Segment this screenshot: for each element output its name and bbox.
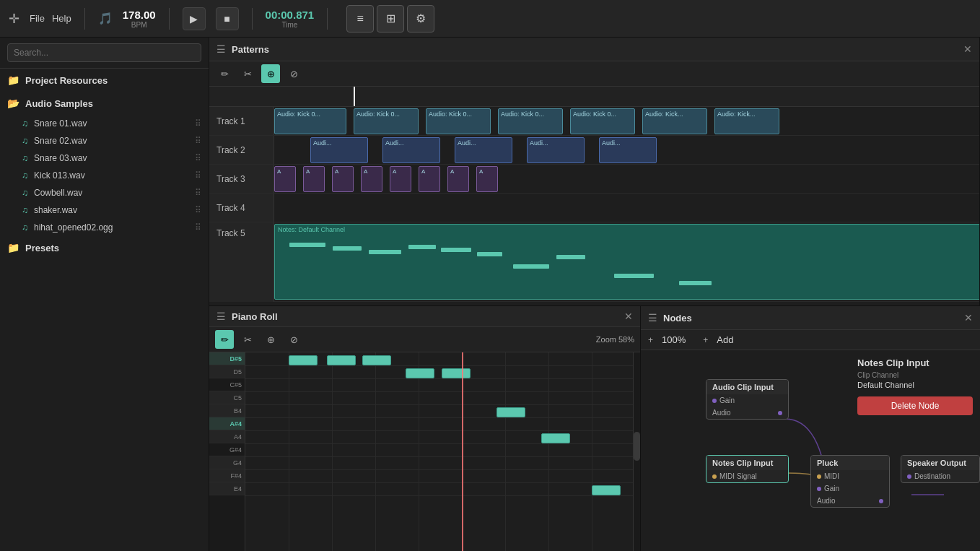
piano-key-a4[interactable]: A4 (209, 430, 245, 443)
pr-note-d#5[interactable] (362, 355, 391, 365)
track-3-clips[interactable]: A A A A A A A A (274, 165, 979, 193)
block-tool[interactable]: ⊘ (284, 64, 303, 83)
patterns-close-button[interactable]: ✕ (963, 43, 972, 55)
piano-roll-grid[interactable] (245, 352, 640, 551)
audio-clip[interactable]: Audi... (527, 137, 585, 163)
drag-handle[interactable]: ⠿ (195, 153, 201, 163)
settings-view-button[interactable]: ⚙ (407, 5, 434, 32)
audio-clip[interactable]: Audi... (455, 137, 512, 163)
piano-key-c5[interactable]: C5 (209, 391, 245, 404)
speaker-output-node[interactable]: Speaker Output Destination (901, 455, 980, 483)
piano-key-d5[interactable]: D5 (209, 365, 245, 378)
audio-clip[interactable]: A (476, 166, 498, 192)
piano-key-a#4[interactable]: A#4 (209, 417, 245, 430)
notes-clip-input-node[interactable]: Notes Clip Input MIDI Signal (706, 455, 789, 483)
drag-handle[interactable]: ⠿ (195, 205, 201, 215)
audio-clip[interactable]: Audi... (599, 137, 657, 163)
audio-clip[interactable]: A (332, 166, 354, 192)
audio-clip[interactable]: Audio: Kick... (714, 108, 779, 134)
audio-clip[interactable]: Audi... (310, 137, 368, 163)
pr-note-d5[interactable] (406, 368, 434, 378)
pr-note-d#5[interactable] (289, 355, 318, 365)
pluck-node[interactable]: Pluck MIDI Gain Audio (810, 455, 890, 508)
pr-note-d#5[interactable] (327, 355, 356, 365)
metronome-icon[interactable]: 🎵 (98, 12, 113, 25)
pr-note-d5[interactable] (442, 368, 471, 378)
pr-note-c5[interactable] (496, 407, 525, 417)
list-item[interactable]: ♫ Snare 03.wav ⠿ (0, 149, 209, 167)
sidebar-item-project-resources[interactable]: 📁 Project Resources (0, 69, 209, 92)
play-button[interactable]: ▶ (183, 7, 206, 30)
notes-clip[interactable]: Notes: Default Channel (274, 224, 979, 300)
grid-tool[interactable]: ⊕ (261, 64, 280, 83)
pr-pencil-tool[interactable]: ✏ (215, 330, 234, 349)
audio-clip[interactable]: A (274, 166, 296, 192)
list-item[interactable]: ♫ Kick 013.wav ⠿ (0, 167, 209, 184)
audio-clip[interactable]: A (447, 166, 469, 192)
drag-handle[interactable]: ⠿ (195, 170, 201, 181)
list-item[interactable]: ♫ Cowbell.wav ⠿ (0, 184, 209, 201)
track-area[interactable]: Track 1 Audio: Kick 0... Audio: Kick 0..… (209, 107, 979, 305)
list-item[interactable]: ♫ Snare 02.wav ⠿ (0, 132, 209, 149)
drag-handle[interactable]: ⠿ (195, 188, 201, 198)
drag-handle[interactable]: ⠿ (195, 136, 201, 146)
grid-line (245, 443, 640, 444)
audio-clip[interactable]: Audio: Kick... (642, 108, 707, 134)
divider-2 (169, 8, 170, 30)
track-5-clips[interactable]: Notes: Default Channel (274, 222, 979, 301)
audio-clip[interactable]: Audio: Kick 0... (354, 108, 419, 134)
track-1-clips[interactable]: Audio: Kick 0... Audio: Kick 0... Audio:… (274, 107, 979, 135)
drag-handle[interactable]: ⠿ (195, 222, 201, 233)
time-value[interactable]: 00:00.871 (266, 9, 315, 21)
piano-key-d#5[interactable]: D#5 (209, 352, 245, 365)
list-view-button[interactable]: ≡ (346, 5, 374, 32)
pr-grid-tool[interactable]: ⊕ (261, 330, 280, 349)
search-input[interactable] (7, 43, 201, 62)
audio-clip[interactable]: A (361, 166, 382, 192)
list-item[interactable]: ♫ hihat_opened02.ogg ⠿ (0, 219, 209, 236)
audio-clip[interactable]: Audio: Kick 0... (274, 108, 346, 134)
audio-clip-input-node[interactable]: Audio Clip Input Gain Audio (706, 379, 789, 420)
bpm-value[interactable]: 178.00 (123, 9, 156, 21)
audio-clip[interactable]: Audio: Kick 0... (498, 108, 563, 134)
nodes-menu-icon[interactable]: ☰ (648, 312, 657, 324)
add-node-button[interactable]: Add (717, 334, 733, 345)
list-item[interactable]: ♫ shaker.wav ⠿ (0, 201, 209, 219)
piano-key-g#4[interactable]: G#4 (209, 443, 245, 456)
pr-block-tool[interactable]: ⊘ (284, 330, 303, 349)
audio-clip[interactable]: Audi... (382, 137, 440, 163)
piano-roll-scrollbar-thumb[interactable] (634, 432, 640, 461)
track-2-clips[interactable]: Audi... Audi... Audi... Audi... Audi... (274, 136, 979, 164)
piano-key-g4[interactable]: G4 (209, 456, 245, 469)
track-4-clips[interactable] (274, 194, 979, 222)
drag-handle[interactable]: ⠿ (195, 118, 201, 129)
stop-button[interactable]: ■ (216, 7, 239, 30)
hamburger-icon[interactable]: ☰ (216, 43, 226, 55)
delete-node-button[interactable]: Delete Node (857, 396, 973, 415)
audio-clip[interactable]: A (390, 166, 411, 192)
piano-roll-scrollbar[interactable] (633, 352, 640, 551)
sidebar-item-presets[interactable]: 📁 Presets (0, 236, 209, 259)
pr-eraser-tool[interactable]: ✂ (238, 330, 257, 349)
piano-roll-menu-icon[interactable]: ☰ (216, 311, 226, 322)
piano-key-b4[interactable]: B4 (209, 404, 245, 417)
audio-clip[interactable]: Audio: Kick 0... (570, 108, 635, 134)
piano-key-f#4[interactable]: F#4 (209, 469, 245, 482)
pr-note-a#4[interactable] (541, 433, 570, 443)
nodes-close-button[interactable]: ✕ (964, 312, 973, 324)
file-menu[interactable]: File (30, 13, 45, 24)
audio-clip[interactable]: Audio: Kick 0... (426, 108, 491, 134)
help-menu[interactable]: Help (52, 13, 71, 24)
piano-key-c#5[interactable]: C#5 (209, 378, 245, 391)
audio-clip[interactable]: A (419, 166, 440, 192)
piano-roll-close-button[interactable]: ✕ (624, 311, 633, 322)
grid-view-button[interactable]: ⊞ (377, 5, 404, 32)
nodes-body[interactable]: Audio Clip Input Gain Audio Notes Clip I… (641, 350, 980, 551)
pr-note-g4[interactable] (592, 485, 621, 495)
sidebar-item-audio-samples[interactable]: 📂 Audio Samples (0, 92, 209, 115)
eraser-tool[interactable]: ✂ (238, 64, 257, 83)
pencil-tool[interactable]: ✏ (215, 64, 234, 83)
audio-clip[interactable]: A (303, 166, 325, 192)
list-item[interactable]: ♫ Snare 01.wav ⠿ (0, 115, 209, 132)
piano-key-e4[interactable]: E4 (209, 482, 245, 495)
